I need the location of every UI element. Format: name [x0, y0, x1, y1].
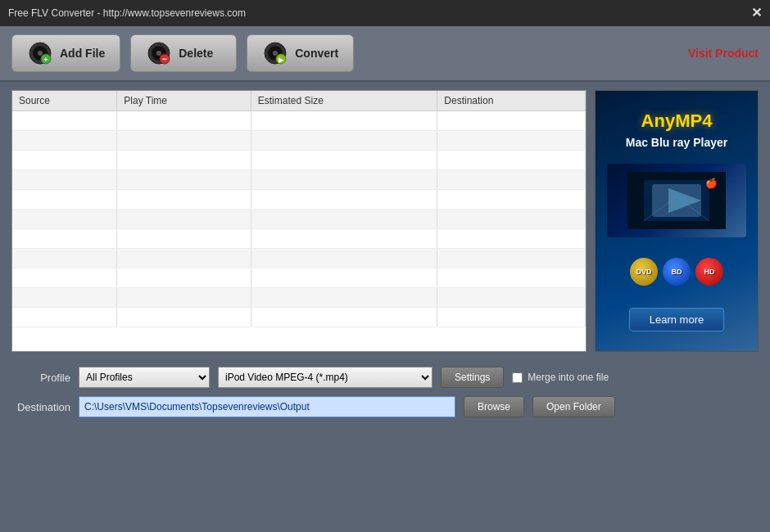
- convert-button[interactable]: ▶ Convert: [247, 34, 354, 72]
- table-cell: [251, 288, 437, 308]
- svg-text:+: +: [43, 56, 48, 64]
- svg-text:▶: ▶: [279, 56, 284, 64]
- table-cell: [12, 268, 117, 288]
- table-cell: [12, 170, 117, 190]
- bluray-circle: BD: [663, 258, 691, 286]
- table-cell: [437, 249, 586, 268]
- table-cell: [437, 288, 586, 308]
- table-cell: [437, 170, 586, 190]
- table-cell: [437, 131, 586, 151]
- delete-button[interactable]: − Delete: [130, 34, 237, 72]
- file-table-body[interactable]: [12, 111, 586, 327]
- table-cell: [12, 131, 117, 151]
- table-cell: [117, 190, 251, 210]
- table-cell: [117, 151, 251, 170]
- settings-button[interactable]: Settings: [441, 367, 504, 388]
- table-cell: [437, 210, 586, 229]
- bottom-controls: Profile All Profiles Video Profiles Audi…: [0, 360, 770, 424]
- table-cell: [117, 210, 251, 229]
- col-destination: Destination: [437, 91, 586, 111]
- browse-button[interactable]: Browse: [464, 396, 524, 417]
- add-file-icon: +: [27, 40, 53, 66]
- file-table-container: Source Play Time Estimated Size Destinat…: [11, 90, 587, 352]
- table-cell: [437, 151, 586, 170]
- table-cell: [251, 190, 437, 210]
- table-row[interactable]: [12, 210, 586, 229]
- table-cell: [437, 190, 586, 210]
- table-cell: [12, 210, 117, 229]
- destination-label: Destination: [11, 401, 70, 413]
- title-bar: Free FLV Converter - http://www.topseven…: [0, 0, 770, 26]
- table-cell: [117, 308, 251, 327]
- table-cell: [117, 111, 251, 131]
- table-row[interactable]: [12, 288, 586, 308]
- delete-icon: −: [146, 40, 172, 66]
- table-cell: [12, 288, 117, 308]
- ad-title: AnyMP4: [626, 110, 728, 132]
- table-cell: [117, 229, 251, 249]
- table-cell: [117, 268, 251, 288]
- table-row[interactable]: [12, 308, 586, 327]
- profile-label: Profile: [11, 372, 70, 384]
- ad-subtitle: Mac Blu ray Player: [626, 136, 728, 149]
- svg-point-2: [38, 51, 43, 56]
- table-row[interactable]: [12, 111, 586, 131]
- table-cell: [251, 210, 437, 229]
- add-file-button[interactable]: + Add File: [11, 34, 120, 72]
- table-cell: [12, 111, 117, 131]
- table-row[interactable]: [12, 151, 586, 170]
- destination-input[interactable]: [79, 396, 455, 417]
- add-file-label: Add File: [60, 47, 105, 60]
- col-source: Source: [12, 91, 117, 111]
- hd-circle: HD: [695, 258, 723, 286]
- table-cell: [437, 268, 586, 288]
- table-row[interactable]: [12, 229, 586, 249]
- merge-label[interactable]: Merge into one file: [528, 372, 609, 383]
- file-table: Source Play Time Estimated Size Destinat…: [12, 91, 586, 327]
- table-cell: [12, 229, 117, 249]
- table-cell: [117, 131, 251, 151]
- table-cell: [12, 308, 117, 327]
- convert-icon: ▶: [262, 40, 288, 66]
- main-content: Source Play Time Estimated Size Destinat…: [0, 82, 770, 360]
- open-folder-button[interactable]: Open Folder: [532, 396, 615, 417]
- delete-label: Delete: [179, 47, 213, 60]
- table-cell: [12, 190, 117, 210]
- ad-image: 🍎: [627, 172, 726, 229]
- svg-point-12: [273, 51, 278, 56]
- table-cell: [117, 249, 251, 268]
- table-cell: [251, 249, 437, 268]
- table-row[interactable]: [12, 249, 586, 268]
- svg-rect-16: [644, 180, 709, 221]
- app-title: Free FLV Converter - http://www.topseven…: [8, 7, 246, 19]
- table-cell: [117, 288, 251, 308]
- table-row[interactable]: [12, 131, 586, 151]
- merge-checkbox[interactable]: [512, 372, 523, 383]
- ad-banner: AnyMP4 Mac Blu ray Player 🍎 DVD BD HD Le…: [595, 90, 759, 352]
- close-button[interactable]: ✕: [751, 7, 762, 20]
- table-row[interactable]: [12, 268, 586, 288]
- convert-label: Convert: [295, 47, 338, 60]
- table-cell: [12, 151, 117, 170]
- toolbar: + Add File − Delete ▶ Conv: [0, 26, 770, 82]
- destination-row: Destination Browse Open Folder: [11, 396, 759, 417]
- learn-more-button[interactable]: Learn more: [629, 308, 724, 331]
- format-select[interactable]: iPod Video MPEG-4 (*.mp4) AVI MP3: [218, 367, 433, 388]
- ad-visual: 🍎: [607, 164, 746, 237]
- svg-text:🍎: 🍎: [705, 177, 718, 189]
- table-cell: [117, 170, 251, 190]
- table-cell: [251, 151, 437, 170]
- svg-marker-17: [668, 188, 701, 213]
- table-cell: [251, 170, 437, 190]
- table-cell: [437, 308, 586, 327]
- visit-product-link[interactable]: Visit Product: [688, 47, 759, 60]
- table-row[interactable]: [12, 170, 586, 190]
- table-cell: [437, 111, 586, 131]
- profile-select[interactable]: All Profiles Video Profiles Audio Profil…: [79, 367, 210, 388]
- table-cell: [251, 268, 437, 288]
- table-cell: [12, 249, 117, 268]
- ad-circles: DVD BD HD: [630, 258, 723, 286]
- table-cell: [437, 229, 586, 249]
- table-cell: [251, 229, 437, 249]
- table-row[interactable]: [12, 190, 586, 210]
